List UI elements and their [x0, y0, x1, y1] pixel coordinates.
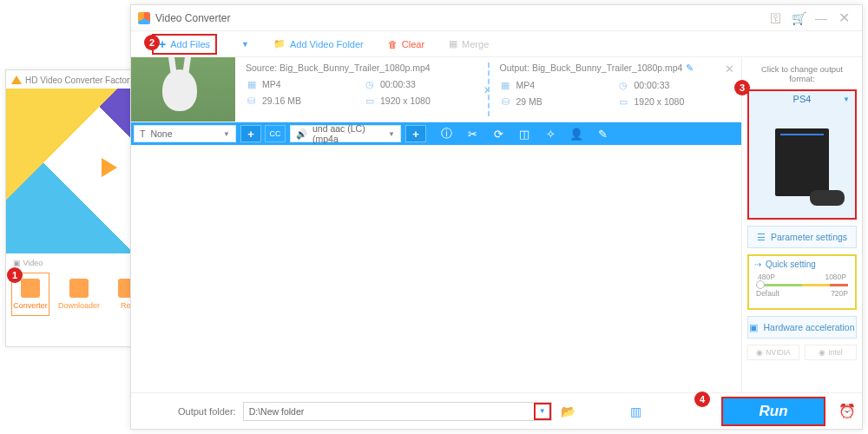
- add-files-button[interactable]: +Add Files: [152, 34, 217, 55]
- nvidia-icon: ◉: [756, 348, 763, 357]
- titlebar: Video Converter ⚿ 🛒 — ✕: [131, 5, 862, 31]
- subtitle-select[interactable]: T None▼: [134, 125, 236, 142]
- format-icon: ▦: [246, 78, 257, 89]
- open-folder-button[interactable]: 📂: [559, 404, 578, 418]
- hardware-accel-button[interactable]: ▣Hardware acceleration: [747, 316, 857, 339]
- edit-bar: T None▼ + CC 🔊und aac (LC) (mp4a▼ + ⓘ ✂ …: [131, 122, 741, 145]
- device-image: [749, 107, 855, 218]
- chevron-down-icon: ▼: [843, 95, 850, 103]
- file-row: Source: Big_Buck_Bunny_Trailer_1080p.mp4…: [131, 57, 741, 122]
- merge-icon: ▦: [449, 38, 457, 49]
- clock-icon: ◷: [618, 79, 629, 90]
- cart-icon[interactable]: 🛒: [787, 10, 810, 27]
- sidebar: Click to change output format: PS4▼ ☰Par…: [742, 57, 862, 392]
- step-badge-3: 3: [734, 80, 750, 95]
- size-icon: ⛁: [246, 95, 257, 106]
- chevron-right-icon: ›: [484, 82, 489, 97]
- step-badge-2: 2: [144, 35, 160, 50]
- watermark-button[interactable]: 👤: [563, 122, 589, 145]
- step-badge-4: 4: [694, 391, 710, 407]
- footer: Output folder: D:\New folder ▼ 📂 ▥ Run ⏰: [131, 392, 862, 429]
- merge-button: ▦Merge: [449, 38, 489, 49]
- intel-badge: ◉Intel: [805, 345, 857, 360]
- video-thumbnail[interactable]: [131, 57, 235, 122]
- play-icon: [102, 158, 117, 177]
- run-button[interactable]: Run: [721, 397, 825, 426]
- output-folder-input[interactable]: D:\New folder ▼: [243, 402, 552, 421]
- folder-dropdown-button[interactable]: ▼: [534, 403, 551, 420]
- parameter-settings-button[interactable]: ☰Parameter settings: [747, 226, 857, 248]
- schedule-button[interactable]: ⏰: [832, 403, 862, 419]
- add-folder-button[interactable]: 📁Add Video Folder: [273, 38, 364, 49]
- dropdown-arrow-icon[interactable]: ▼: [241, 40, 249, 49]
- key-icon[interactable]: ⚿: [765, 10, 787, 27]
- slider-knob[interactable]: [756, 280, 765, 289]
- trash-icon: 🗑: [388, 39, 398, 49]
- output-folder-label: Output folder:: [178, 406, 236, 417]
- edit-name-icon[interactable]: ✎: [686, 62, 694, 73]
- add-audio-button[interactable]: +: [405, 125, 426, 142]
- resolution-icon: ▭: [618, 95, 629, 107]
- audio-select[interactable]: 🔊und aac (LC) (mp4a▼: [290, 125, 401, 142]
- crop-button[interactable]: ◫: [511, 122, 537, 145]
- intel-icon: ◉: [819, 348, 825, 357]
- close-button[interactable]: ✕: [832, 10, 855, 27]
- clear-button[interactable]: 🗑Clear: [388, 39, 424, 49]
- edit-button[interactable]: ✎: [589, 122, 615, 145]
- cc-button[interactable]: CC: [265, 125, 286, 142]
- output-folder-path: D:\New folder: [244, 406, 534, 417]
- format-hint: Click to change output format:: [747, 64, 857, 83]
- video-converter-window: Video Converter ⚿ 🛒 — ✕ +Add Files ▼ 📁Ad…: [130, 4, 863, 430]
- folder-icon: 📁: [273, 38, 286, 49]
- size-icon: ⛁: [500, 95, 511, 107]
- remove-file-button[interactable]: ✕: [725, 62, 734, 76]
- format-name: PS4: [793, 94, 812, 104]
- toolbar: +Add Files ▼ 📁Add Video Folder 🗑Clear ▦M…: [131, 31, 862, 57]
- quick-setting-panel: ⇢Quick setting 480P1080P Default720P: [747, 254, 857, 310]
- nvidia-badge: ◉NVIDIA: [747, 345, 799, 360]
- converter-icon: [21, 279, 40, 298]
- speaker-icon: 🔊: [296, 128, 307, 140]
- output-format-box[interactable]: PS4▼: [747, 89, 857, 220]
- effects-button[interactable]: ✧: [537, 122, 563, 145]
- plus-icon: +: [159, 37, 166, 51]
- batch-icon[interactable]: ▥: [627, 404, 646, 418]
- source-panel: Source: Big_Buck_Bunny_Trailer_1080p.mp4…: [235, 57, 488, 122]
- chip-icon: ▣: [749, 322, 758, 332]
- bolt-icon: ⇢: [754, 260, 761, 269]
- quality-slider[interactable]: [756, 284, 848, 286]
- cut-button[interactable]: ✂: [459, 122, 485, 145]
- add-subtitle-button[interactable]: +: [240, 125, 261, 142]
- clock-icon: ◷: [364, 78, 375, 89]
- format-icon: ▦: [500, 79, 511, 90]
- info-button[interactable]: ⓘ: [433, 122, 459, 145]
- download-icon: [69, 279, 89, 298]
- sliders-icon: ☰: [757, 232, 766, 242]
- tile-downloader[interactable]: Downloader: [60, 273, 98, 316]
- output-panel: Output: Big_Buck_Bunny_Trailer_1080p.mp4…: [490, 57, 742, 122]
- resolution-icon: ▭: [364, 95, 375, 106]
- app-logo-icon: [138, 12, 150, 24]
- minimize-button[interactable]: —: [810, 10, 832, 27]
- rotate-button[interactable]: ⟳: [485, 122, 511, 145]
- step-badge-1: 1: [7, 267, 23, 283]
- window-title: Video Converter: [155, 12, 231, 24]
- content-area: Source: Big_Buck_Bunny_Trailer_1080p.mp4…: [131, 57, 742, 392]
